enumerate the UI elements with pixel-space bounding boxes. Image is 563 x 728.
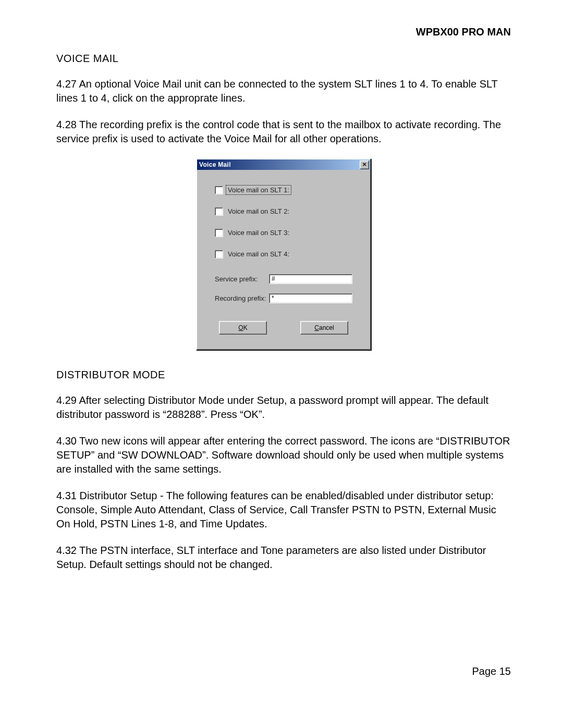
ok-button[interactable]: OK [219,321,267,335]
checkbox-label-slt3: Voice mail on SLT 3: [226,228,291,237]
paragraph-4-32: 4.32 The PSTN interface, SLT interface a… [56,544,511,572]
close-icon: ✕ [362,162,366,167]
paragraph-4-31: 4.31 Distributor Setup - The following f… [56,489,511,531]
checkbox-row-slt1[interactable]: Voice mail on SLT 1: [215,186,352,194]
close-button[interactable]: ✕ [360,161,369,169]
field-row-service-prefix: Service prefix: [215,274,352,284]
checkbox-label-slt4: Voice mail on SLT 4: [226,250,291,258]
paragraph-4-27: 4.27 An optional Voice Mail unit can be … [56,77,511,105]
label-recording-prefix: Recording prefix: [215,294,269,302]
section-title-distributor-mode: DISTRIBUTOR MODE [56,369,511,381]
voice-mail-dialog: Voice Mail ✕ Voice mail on SLT 1: Voice … [196,158,371,350]
input-service-prefix[interactable] [269,274,352,284]
checkbox-slt1[interactable] [215,186,223,194]
paragraph-4-29: 4.29 After selecting Distributor Mode un… [56,393,511,422]
input-recording-prefix[interactable] [269,293,352,303]
checkbox-slt4[interactable] [215,250,223,258]
checkbox-row-slt3[interactable]: Voice mail on SLT 3: [215,228,352,237]
label-service-prefix: Service prefix: [215,275,269,283]
dialog-title-bar[interactable]: Voice Mail ✕ [197,159,370,170]
paragraph-4-30: 4.30 Two new icons will appear after ent… [56,434,511,476]
checkbox-row-slt2[interactable]: Voice mail on SLT 2: [215,207,352,216]
document-header: WPBX00 PRO MAN [56,26,511,38]
field-row-recording-prefix: Recording prefix: [215,293,352,303]
paragraph-4-28: 4.28 The recording prefix is the control… [56,118,511,146]
checkbox-label-slt2: Voice mail on SLT 2: [226,207,291,216]
checkbox-label-slt1: Voice mail on SLT 1: [226,186,291,194]
dialog-title: Voice Mail [199,161,360,168]
cancel-button[interactable]: Cancel [300,321,348,335]
checkbox-slt3[interactable] [215,229,223,237]
section-title-voice-mail: VOICE MAIL [56,53,511,65]
page-number: Page 15 [56,665,511,677]
checkbox-row-slt4[interactable]: Voice mail on SLT 4: [215,250,352,258]
checkbox-slt2[interactable] [215,207,223,216]
